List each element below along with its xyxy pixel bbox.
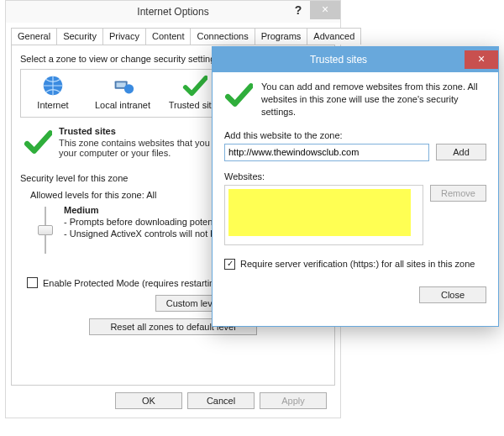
close-dialog-button[interactable]: Close	[419, 286, 486, 303]
tab-security[interactable]: Security	[56, 28, 103, 45]
slider-thumb[interactable]	[38, 225, 53, 235]
tab-programs[interactable]: Programs	[255, 28, 308, 45]
svg-point-3	[124, 84, 134, 93]
checkmark-icon	[182, 73, 207, 98]
level-name: Medium	[64, 205, 99, 215]
tab-general[interactable]: General	[11, 28, 57, 45]
trusted-sites-title: Trusted sites	[213, 54, 465, 66]
tab-connections[interactable]: Connections	[190, 28, 255, 45]
trusted-sites-dialog: Trusted sites × You can add and remove w…	[212, 46, 499, 327]
cancel-button[interactable]: Cancel	[187, 392, 255, 409]
intranet-icon	[110, 73, 135, 98]
protected-mode-checkbox[interactable]	[27, 277, 38, 288]
highlight-region	[228, 189, 411, 236]
checkmark-icon	[224, 81, 253, 111]
checkmark-icon	[24, 128, 52, 160]
ok-button[interactable]: OK	[115, 392, 182, 409]
tab-strip: General Security Privacy Content Connect…	[6, 23, 340, 45]
close-button[interactable]: ×	[465, 50, 498, 69]
require-https-row[interactable]: ✓ Require server verification (https:) f…	[224, 259, 486, 270]
trusted-sites-titlebar: Trusted sites ×	[213, 47, 498, 72]
close-button[interactable]: ×	[310, 1, 340, 19]
add-button[interactable]: Add	[436, 144, 486, 160]
internet-options-titlebar: Internet Options ? ×	[6, 1, 340, 23]
tab-advanced[interactable]: Advanced	[307, 28, 361, 45]
help-button[interactable]: ?	[286, 1, 310, 19]
apply-button[interactable]: Apply	[260, 392, 327, 409]
websites-listbox[interactable]	[224, 185, 423, 245]
trusted-sites-intro: You can add and remove websites from thi…	[261, 81, 486, 118]
zone-internet[interactable]: Internet	[28, 73, 78, 110]
remove-button[interactable]: Remove	[430, 185, 486, 202]
require-https-label: Require server verification (https:) for…	[240, 259, 475, 269]
zone-internet-label: Internet	[37, 100, 68, 110]
add-website-input[interactable]	[224, 144, 429, 161]
add-website-label: Add this website to the zone:	[224, 130, 486, 140]
require-https-checkbox[interactable]: ✓	[224, 259, 235, 270]
globe-icon	[40, 73, 66, 98]
svg-rect-2	[117, 82, 126, 87]
tab-content[interactable]: Content	[145, 28, 192, 45]
zone-local-intranet[interactable]: Local intranet	[93, 73, 152, 110]
security-slider[interactable]	[37, 205, 54, 255]
tab-privacy[interactable]: Privacy	[102, 28, 146, 45]
zone-local-intranet-label: Local intranet	[95, 100, 150, 110]
websites-label: Websites:	[224, 171, 486, 181]
